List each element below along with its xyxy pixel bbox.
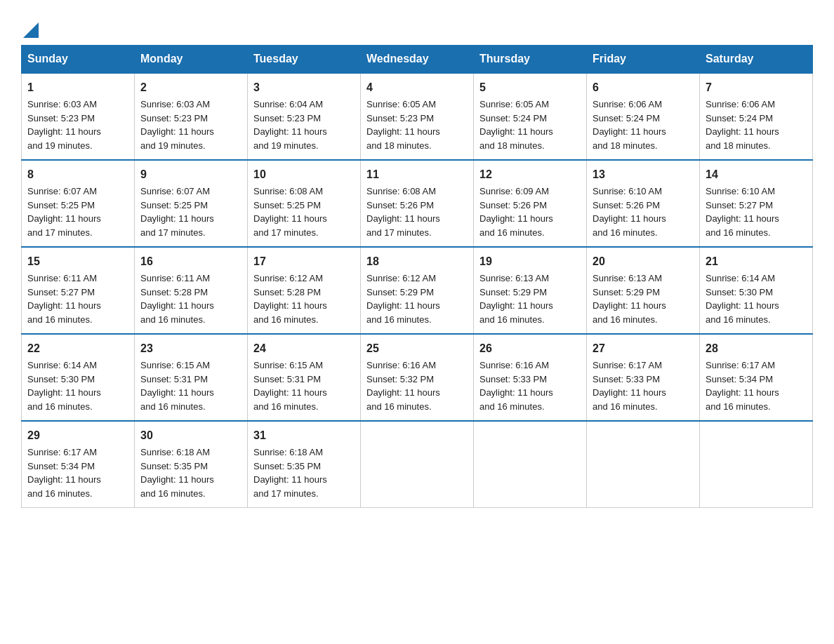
daylight-minutes: and 16 minutes. [140,488,206,499]
daylight-label: Daylight: 11 hours [593,126,666,137]
day-number: 27 [593,340,694,357]
sunrise-label: Sunrise: 6:13 AM [479,273,549,283]
day-number: 2 [140,79,241,96]
day-number: 6 [593,79,694,96]
day-number: 16 [140,253,241,270]
daylight-label: Daylight: 11 hours [366,300,440,311]
calendar-cell: 7 Sunrise: 6:06 AM Sunset: 5:24 PM Dayli… [700,73,813,160]
sunrise-label: Sunrise: 6:05 AM [479,99,549,109]
calendar-table: SundayMondayTuesdayWednesdayThursdayFrid… [21,45,813,508]
sunrise-label: Sunrise: 6:06 AM [593,99,662,109]
calendar-cell: 23 Sunrise: 6:15 AM Sunset: 5:31 PM Dayl… [135,334,248,421]
daylight-label: Daylight: 11 hours [706,126,779,137]
calendar-cell: 6 Sunrise: 6:06 AM Sunset: 5:24 PM Dayli… [587,73,700,160]
calendar-cell: 16 Sunrise: 6:11 AM Sunset: 5:28 PM Dayl… [135,247,248,334]
sunset-label: Sunset: 5:26 PM [366,200,434,210]
calendar-cell [474,421,587,508]
daylight-minutes: and 17 minutes. [140,227,206,238]
sunset-label: Sunset: 5:29 PM [366,287,434,297]
day-number: 5 [479,79,581,96]
sunrise-label: Sunrise: 6:18 AM [253,447,323,457]
calendar-cell: 2 Sunrise: 6:03 AM Sunset: 5:23 PM Dayli… [135,73,248,160]
day-number: 29 [27,427,128,444]
calendar-cell: 1 Sunrise: 6:03 AM Sunset: 5:23 PM Dayli… [22,73,135,160]
logo-triangle-icon [23,22,39,38]
sunrise-label: Sunrise: 6:04 AM [253,99,323,109]
sunrise-label: Sunrise: 6:03 AM [27,99,97,109]
daylight-minutes: and 16 minutes. [479,401,545,412]
daylight-label: Daylight: 11 hours [706,213,779,224]
daylight-label: Daylight: 11 hours [706,300,779,311]
header-tuesday: Tuesday [248,46,361,74]
sunrise-label: Sunrise: 6:07 AM [140,186,210,196]
sunrise-label: Sunrise: 6:18 AM [140,447,210,457]
daylight-minutes: and 17 minutes. [253,227,319,238]
daylight-minutes: and 18 minutes. [706,140,771,151]
daylight-label: Daylight: 11 hours [27,126,101,137]
calendar-cell [587,421,700,508]
header-sunday: Sunday [22,46,135,74]
sunrise-label: Sunrise: 6:05 AM [366,99,436,109]
sunset-label: Sunset: 5:23 PM [366,113,434,123]
daylight-label: Daylight: 11 hours [593,387,666,398]
day-number: 31 [253,427,355,444]
daylight-minutes: and 18 minutes. [593,140,658,151]
daylight-label: Daylight: 11 hours [593,300,666,311]
daylight-minutes: and 17 minutes. [366,227,432,238]
daylight-label: Daylight: 11 hours [140,474,214,485]
daylight-minutes: and 16 minutes. [140,401,206,412]
header-thursday: Thursday [474,46,587,74]
calendar-cell [700,421,813,508]
daylight-minutes: and 16 minutes. [253,401,319,412]
sunset-label: Sunset: 5:35 PM [140,461,208,471]
daylight-label: Daylight: 11 hours [140,387,214,398]
calendar-cell: 22 Sunrise: 6:14 AM Sunset: 5:30 PM Dayl… [22,334,135,421]
calendar-cell [361,421,474,508]
daylight-label: Daylight: 11 hours [479,213,553,224]
sunset-label: Sunset: 5:33 PM [479,374,547,384]
daylight-label: Daylight: 11 hours [27,300,101,311]
calendar-cell: 21 Sunrise: 6:14 AM Sunset: 5:30 PM Dayl… [700,247,813,334]
day-number: 24 [253,340,355,357]
calendar-cell: 10 Sunrise: 6:08 AM Sunset: 5:25 PM Dayl… [248,160,361,247]
calendar-cell: 28 Sunrise: 6:17 AM Sunset: 5:34 PM Dayl… [700,334,813,421]
sunrise-label: Sunrise: 6:06 AM [706,99,775,109]
day-number: 1 [27,79,128,96]
page-header [21,14,813,38]
header-monday: Monday [135,46,248,74]
sunrise-label: Sunrise: 6:14 AM [706,273,775,283]
sunset-label: Sunset: 5:31 PM [140,374,208,384]
daylight-label: Daylight: 11 hours [479,126,553,137]
daylight-minutes: and 16 minutes. [140,314,206,325]
daylight-minutes: and 16 minutes. [706,314,771,325]
day-number: 11 [366,166,468,183]
calendar-cell: 31 Sunrise: 6:18 AM Sunset: 5:35 PM Dayl… [248,421,361,508]
sunrise-label: Sunrise: 6:17 AM [706,360,775,370]
sunset-label: Sunset: 5:23 PM [140,113,208,123]
daylight-minutes: and 16 minutes. [706,401,771,412]
calendar-week-row: 29 Sunrise: 6:17 AM Sunset: 5:34 PM Dayl… [22,421,813,508]
sunrise-label: Sunrise: 6:07 AM [27,186,97,196]
sunset-label: Sunset: 5:32 PM [366,374,434,384]
sunrise-label: Sunrise: 6:14 AM [27,360,97,370]
sunset-label: Sunset: 5:23 PM [27,113,95,123]
sunset-label: Sunset: 5:25 PM [140,200,208,210]
calendar-cell: 11 Sunrise: 6:08 AM Sunset: 5:26 PM Dayl… [361,160,474,247]
calendar-cell: 18 Sunrise: 6:12 AM Sunset: 5:29 PM Dayl… [361,247,474,334]
calendar-cell: 26 Sunrise: 6:16 AM Sunset: 5:33 PM Dayl… [474,334,587,421]
calendar-cell: 25 Sunrise: 6:16 AM Sunset: 5:32 PM Dayl… [361,334,474,421]
sunrise-label: Sunrise: 6:10 AM [706,186,775,196]
day-number: 19 [479,253,581,270]
day-number: 23 [140,340,241,357]
day-number: 17 [253,253,355,270]
day-number: 8 [27,166,128,183]
daylight-minutes: and 19 minutes. [253,140,319,151]
sunrise-label: Sunrise: 6:10 AM [593,186,662,196]
daylight-minutes: and 16 minutes. [27,314,93,325]
day-number: 22 [27,340,128,357]
sunrise-label: Sunrise: 6:15 AM [253,360,323,370]
sunrise-label: Sunrise: 6:03 AM [140,99,210,109]
day-number: 30 [140,427,241,444]
sunrise-label: Sunrise: 6:17 AM [27,447,97,457]
daylight-minutes: and 18 minutes. [479,140,545,151]
